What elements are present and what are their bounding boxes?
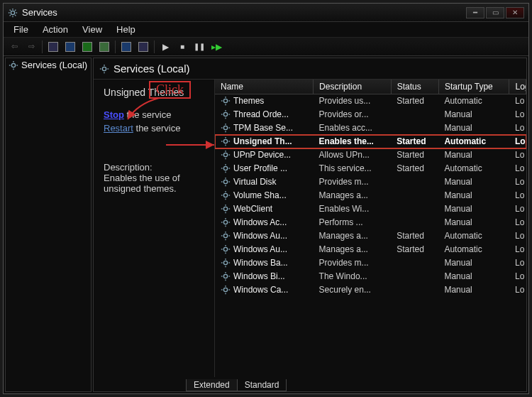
service-status [391,256,438,270]
service-desc: This service... [314,162,392,175]
table-row[interactable]: Windows Ac...Performs ...ManualLo [215,216,526,229]
service-desc: The Windo... [314,270,392,283]
service-desc: Allows UPn... [314,148,392,162]
service-name: UPnP Device... [233,150,291,160]
refresh-button[interactable] [79,40,95,54]
service-desc: Enables Wi... [314,202,392,216]
services-window: Services ━ ▭ ✕ File Action View Help ⇦ ⇨… [3,3,529,394]
service-desc: Provides m... [314,175,392,189]
menu-help[interactable]: Help [109,23,143,36]
table-row[interactable]: Windows Ca...Securely en...ManualLo [215,283,526,297]
menu-action[interactable]: Action [35,23,75,36]
service-name: Windows Au... [233,231,287,241]
service-logon: Lo [509,202,526,216]
svg-point-29 [223,126,227,129]
toolbar-sep [42,40,43,53]
main-header: Services (Local) [94,58,526,80]
tree-services-local[interactable]: Services (Local) [6,58,91,72]
service-status: Started [391,243,438,256]
col-startup[interactable]: Startup Type [438,80,509,94]
table-row[interactable]: Windows Au...Manages a...StartedAutomati… [215,243,526,256]
table-row[interactable]: Windows Bi...The Windo...ManualLo [215,270,526,283]
service-status: Started [391,94,438,108]
service-name: Virtual Disk [233,177,276,187]
menu-view[interactable]: View [75,23,109,36]
start-service-button[interactable]: ▶ [157,40,173,54]
menu-file[interactable]: File [6,23,35,36]
service-status: Started [391,162,438,175]
close-button[interactable]: ✕ [506,7,524,18]
svg-point-49 [223,180,227,183]
table-row[interactable]: Volume Sha...Manages a...ManualLo [215,189,526,202]
service-startup: Manual [438,121,509,135]
table-header-row: Name Description Status Startup Type Log… [215,80,526,94]
service-startup: Automatic [438,229,509,243]
restart-service-button[interactable]: ▸▶ [209,40,224,54]
export-list-button[interactable] [96,40,112,54]
table-row[interactable]: User Profile ...This service...StartedAu… [215,162,526,175]
service-desc: Performs ... [314,216,392,229]
col-description[interactable]: Description [314,80,392,94]
svg-line-6 [15,15,16,16]
toolbar-icon-2[interactable] [62,40,78,54]
service-logon: Lo [509,94,526,108]
minimize-button[interactable]: ━ [466,7,484,18]
toolbar: ⇦ ⇨ ▶ ■ ❚❚ ▸▶ [4,38,528,56]
col-name[interactable]: Name [215,80,314,94]
forward-button[interactable]: ⇨ [23,40,39,54]
service-name: Windows Ac... [233,217,287,227]
service-logon: Lo [509,256,526,270]
svg-point-19 [223,99,227,103]
window-title: Services [22,7,57,18]
table-row[interactable]: Windows Ba...Provides m...ManualLo [215,256,526,270]
service-startup: Manual [438,216,509,229]
table-row[interactable]: Windows Au...Manages a...StartedAutomati… [215,229,526,243]
service-desc: Manages a... [314,229,392,243]
help-button[interactable] [118,40,134,54]
tab-extended[interactable]: Extended [186,379,238,391]
service-startup: Automatic [438,135,509,148]
maximize-button[interactable]: ▭ [486,7,504,18]
table-row[interactable]: WebClientEnables Wi...ManualLo [215,202,526,216]
svg-point-89 [223,288,227,291]
table-row[interactable]: Virtual DiskProvides m...ManualLo [215,175,526,189]
service-logon: Lo [509,162,526,175]
detail-panel: Unsigned Themes Stop the service Restart… [94,80,214,377]
service-status [391,121,438,135]
stop-service-button[interactable]: ■ [174,40,190,54]
selected-service-title: Unsigned Themes [104,87,206,98]
table-row[interactable]: Thread Orde...Provides or...ManualLo [215,108,526,121]
service-name: Windows Bi... [233,271,285,281]
table-row[interactable]: TPM Base Se...Enables acc...ManualLo [215,121,526,135]
gear-icon [221,204,231,214]
table-row[interactable]: Unsigned Th...Enables the...StartedAutom… [215,135,526,148]
service-status [391,283,438,297]
stop-link[interactable]: Stop [104,109,124,120]
service-logon: Lo [509,270,526,283]
back-button[interactable]: ⇦ [6,40,22,54]
properties-button[interactable] [135,40,151,54]
main-header-title: Services (Local) [113,62,190,75]
service-desc: Provides or... [314,108,392,121]
table-row[interactable]: ThemesProvides us...StartedAutomaticLo [215,94,526,108]
svg-point-39 [223,153,227,156]
service-status: Started [391,135,438,148]
tab-standard[interactable]: Standard [237,379,287,391]
service-startup: Manual [438,270,509,283]
toolbar-icon-1[interactable] [45,40,61,54]
service-startup: Manual [438,189,509,202]
pause-service-button[interactable]: ❚❚ [192,40,207,54]
service-name: TPM Base Se... [233,123,293,133]
col-status[interactable]: Status [391,80,438,94]
service-name: Windows Ca... [233,285,288,295]
restart-link[interactable]: Restart [104,123,133,134]
table-row[interactable]: UPnP Device...Allows UPn...StartedManual… [215,148,526,162]
toolbar-sep [115,40,116,53]
services-app-icon [8,8,18,18]
service-desc: Enables the... [314,135,392,148]
gear-icon [221,123,231,133]
service-desc: Provides m... [314,256,392,270]
gear-icon [221,231,231,241]
col-logon[interactable]: Log On As [509,80,526,94]
service-startup: Automatic [438,162,509,175]
